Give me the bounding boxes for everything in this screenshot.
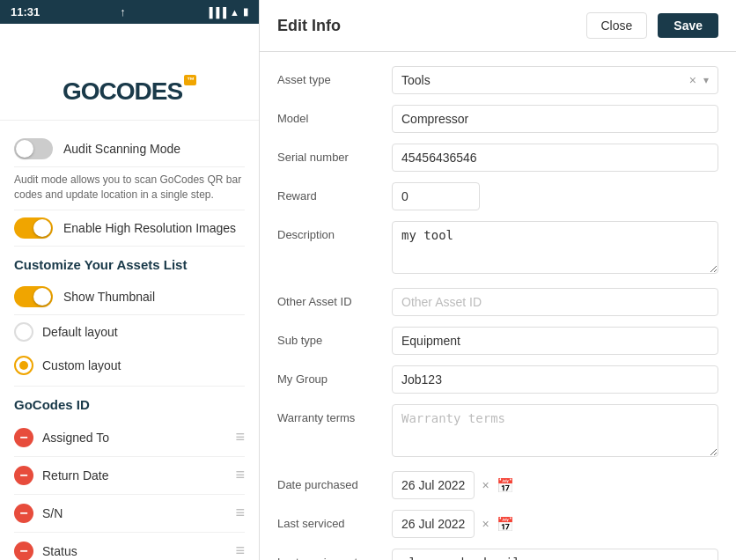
my-group-row: My Group	[277, 365, 718, 394]
description-textarea[interactable]: my tool	[392, 221, 718, 274]
logo-codes: CODES	[99, 77, 182, 105]
wifi-icon: ▲	[230, 7, 239, 18]
date-purchased-calendar-icon[interactable]: 📅	[497, 477, 514, 494]
sub-type-input[interactable]	[392, 327, 718, 355]
sub-type-control	[392, 327, 718, 355]
asset-type-select[interactable]: Tools × ▾	[392, 66, 718, 94]
model-label: Model	[277, 105, 392, 125]
drag-return-date-icon[interactable]: ≡	[235, 466, 245, 484]
field-sn-label: S/N	[42, 506, 235, 520]
sub-type-label: Sub type	[277, 327, 392, 347]
warranty-terms-textarea[interactable]	[392, 404, 718, 457]
default-layout-label: Default layout	[42, 325, 118, 339]
logo: GOCODES™	[63, 72, 196, 106]
audit-description: Audit mode allows you to scan GoCodes QR…	[14, 167, 245, 210]
description-control: my tool	[392, 221, 718, 277]
remove-assigned-to-btn[interactable]: −	[14, 428, 33, 447]
field-status-label: Status	[42, 544, 235, 558]
asset-type-clear-icon[interactable]: ×	[689, 73, 696, 87]
last-serviced-calendar-icon[interactable]: 📅	[497, 516, 514, 533]
reward-label: Reward	[277, 182, 392, 203]
last-service-notes-control: please check oil	[392, 549, 718, 560]
serial-number-input[interactable]	[392, 144, 718, 172]
battery-icon: ▮	[243, 6, 248, 18]
date-purchased-clear-icon[interactable]: ×	[482, 478, 489, 492]
high-res-label: Enable High Resolution Images	[63, 221, 236, 235]
last-service-notes-textarea[interactable]: please check oil	[392, 549, 718, 560]
other-asset-id-label: Other Asset ID	[277, 288, 392, 308]
right-header: Edit Info Close Save	[260, 0, 736, 52]
last-serviced-input-wrapper: 26 Jul 2022	[392, 510, 475, 538]
drag-assigned-to-icon[interactable]: ≡	[235, 428, 245, 446]
panel-content: Audit Scanning Mode Audit mode allows yo…	[0, 121, 259, 560]
drag-status-icon[interactable]: ≡	[235, 542, 245, 560]
my-group-input[interactable]	[392, 365, 718, 394]
status-arrow: ↑	[120, 5, 126, 18]
last-service-notes-label: Last service notes	[277, 549, 392, 560]
gocodes-id-title: GoCodes ID	[14, 397, 245, 412]
drag-sn-icon[interactable]: ≡	[235, 504, 245, 522]
show-thumbnail-toggle[interactable]	[14, 286, 53, 307]
show-thumbnail-label: Show Thumbnail	[63, 290, 155, 304]
audit-row: Audit Scanning Mode	[14, 131, 245, 167]
custom-layout-radio[interactable]	[14, 356, 33, 375]
back-button[interactable]: ←	[0, 24, 259, 58]
default-layout-radio[interactable]	[14, 322, 33, 342]
asset-type-value: Tools	[401, 73, 431, 87]
remove-return-date-btn[interactable]: −	[14, 466, 33, 485]
model-row: Model	[277, 105, 718, 133]
model-input[interactable]	[392, 105, 718, 133]
last-serviced-row: Last serviced 26 Jul 2022 × 📅	[277, 510, 718, 538]
page-title: Edit Info	[277, 17, 576, 35]
high-res-row: Enable High Resolution Images	[14, 210, 245, 247]
reward-row: Reward	[277, 182, 718, 210]
warranty-terms-control	[392, 404, 718, 461]
default-layout-row[interactable]: Default layout	[14, 315, 245, 349]
asset-type-row: Asset type Tools × ▾	[277, 66, 718, 94]
warranty-terms-row: Warranty terms	[277, 404, 718, 461]
serial-number-row: Serial number	[277, 144, 718, 172]
description-row: Description my tool	[277, 221, 718, 277]
logo-go: GO	[63, 77, 99, 105]
last-serviced-value: 26 Jul 2022	[401, 517, 465, 531]
right-panel: Edit Info Close Save Asset type Tools × …	[260, 0, 736, 560]
last-serviced-label: Last serviced	[277, 510, 392, 530]
remove-status-btn[interactable]: −	[14, 542, 33, 560]
close-button[interactable]: Close	[586, 12, 648, 39]
custom-layout-label: Custom layout	[42, 358, 121, 372]
date-purchased-label: Date purchased	[277, 471, 392, 491]
status-icons: ▐▐▐ ▲ ▮	[206, 6, 248, 18]
field-return-date-label: Return Date	[42, 468, 235, 483]
logo-area: GOCODES™	[0, 58, 259, 121]
field-item-sn: − S/N ≡	[14, 495, 245, 533]
customize-title: Customize Your Assets List	[14, 257, 245, 272]
reward-input[interactable]	[392, 182, 480, 210]
left-panel: 11:31 ↑ ▐▐▐ ▲ ▮ ← GOCODES™ Audit Scannin…	[0, 0, 260, 560]
show-thumbnail-row: Show Thumbnail	[14, 279, 245, 315]
high-res-toggle[interactable]	[14, 217, 53, 239]
description-label: Description	[277, 221, 392, 241]
other-asset-id-input[interactable]	[392, 288, 718, 316]
other-asset-id-row: Other Asset ID	[277, 288, 718, 316]
date-purchased-control: 26 Jul 2022 × 📅	[392, 471, 718, 499]
reward-control	[392, 182, 718, 210]
audit-toggle[interactable]	[14, 138, 53, 159]
field-item-status: − Status ≡	[14, 533, 245, 560]
gocodes-id-section: GoCodes ID − Assigned To ≡ − Return Date…	[14, 397, 245, 560]
my-group-control	[392, 365, 718, 394]
save-button[interactable]: Save	[658, 13, 718, 38]
other-asset-id-control	[392, 288, 718, 316]
custom-layout-row[interactable]: Custom layout	[14, 349, 245, 382]
field-item-return-date: − Return Date ≡	[14, 457, 245, 495]
logo-badge: ™	[184, 75, 196, 85]
model-control	[392, 105, 718, 133]
asset-type-control: Tools × ▾	[392, 66, 718, 94]
sub-type-row: Sub type	[277, 327, 718, 355]
serial-number-label: Serial number	[277, 144, 392, 164]
last-serviced-clear-icon[interactable]: ×	[482, 517, 489, 531]
field-item-assigned-to: − Assigned To ≡	[14, 419, 245, 457]
asset-type-chevron-icon[interactable]: ▾	[703, 74, 709, 86]
asset-type-label: Asset type	[277, 66, 392, 86]
remove-sn-btn[interactable]: −	[14, 504, 33, 523]
last-service-notes-row: Last service notes please check oil	[277, 549, 718, 560]
